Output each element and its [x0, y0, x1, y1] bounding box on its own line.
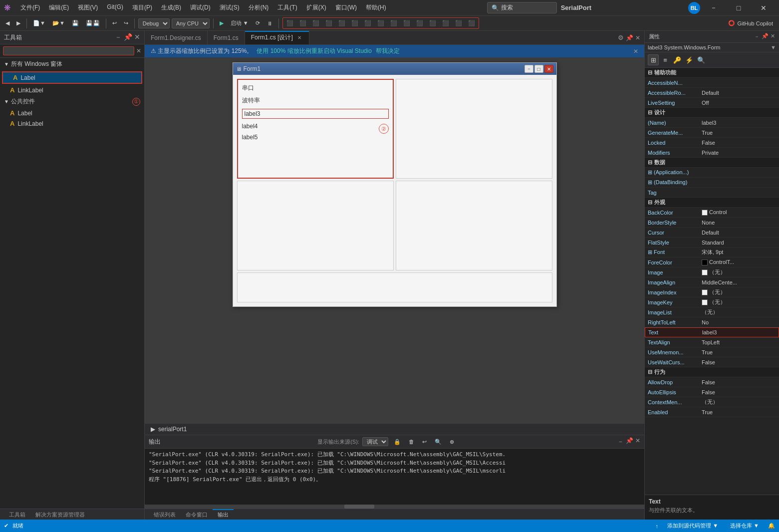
prop-value-borderstyle[interactable]: None	[700, 219, 779, 227]
align-button-7[interactable]: ⬛	[362, 19, 374, 27]
prop-value-forecolor[interactable]: ControlT...	[700, 258, 779, 266]
redo-button[interactable]: ↪	[121, 19, 131, 27]
minimize-button[interactable]: －	[702, 0, 725, 16]
align-button-12[interactable]: ⬛	[427, 19, 439, 27]
prop-value-usemnemon[interactable]: True	[700, 348, 779, 356]
forward-button[interactable]: ▶	[14, 19, 23, 27]
props-auto-hide-icon[interactable]: 📌	[762, 33, 769, 40]
settings-icon[interactable]: ⚙	[618, 34, 624, 41]
notification-close-icon[interactable]: ✕	[633, 48, 638, 55]
form-max-button[interactable]: □	[534, 65, 543, 73]
prop-value-autoellipsis[interactable]: False	[700, 388, 779, 396]
prop-value-righttoleft[interactable]: No	[700, 318, 779, 326]
tab-close-icon[interactable]: ✕	[296, 34, 303, 41]
output-close-icon[interactable]: ✕	[635, 437, 640, 446]
notification-decision[interactable]: 帮我决定	[376, 47, 400, 55]
output-tab-output[interactable]: 输出	[213, 509, 234, 520]
search-clear-icon[interactable]: ✕	[136, 47, 141, 54]
output-pin-icon[interactable]: －	[617, 437, 624, 446]
menu-git[interactable]: Git(G)	[103, 1, 127, 14]
github-copilot-button[interactable]: ⭕ GitHub Copilot	[725, 19, 776, 27]
prop-value-imageindex[interactable]: （无）	[700, 287, 779, 297]
prop-section-design[interactable]: ⊟ 设计	[645, 108, 779, 118]
props-category-btn[interactable]: ≡	[660, 54, 671, 65]
designer-canvas[interactable]: 🖥 Form1 － □ ✕ 串口 波特率 label3	[145, 57, 644, 423]
bottom-tab-toolbox[interactable]: 工具箱	[4, 509, 30, 520]
output-tab-errors[interactable]: 错误列表	[149, 509, 181, 520]
open-button[interactable]: 📂▼	[50, 19, 67, 27]
prop-section-accessibility[interactable]: ⊟ 辅助功能	[645, 68, 779, 78]
prop-value-backcolor[interactable]: Control	[700, 208, 779, 217]
menu-file[interactable]: 文件(F)	[16, 1, 44, 14]
form-panel-bottom[interactable]	[237, 272, 552, 302]
output-expand[interactable]: ⊕	[447, 438, 457, 446]
prop-value-enabled[interactable]: True	[700, 408, 779, 416]
attach-button[interactable]: ⟳	[253, 19, 262, 27]
menu-help[interactable]: 帮助(H)	[362, 1, 390, 14]
prop-value-usewaitcurs[interactable]: False	[700, 358, 779, 366]
toolbox-item-label-1[interactable]: A Label	[2, 71, 142, 84]
prop-value-accessiblename[interactable]	[700, 82, 779, 84]
align-button-9[interactable]: ⬛	[388, 19, 400, 27]
prop-value-generateme[interactable]: True	[700, 129, 779, 137]
align-button-13[interactable]: ⬛	[440, 19, 452, 27]
prop-value-allowdrop[interactable]: False	[700, 378, 779, 386]
toolbox-section-windows[interactable]: ▼ 所有 Windows 窗体	[0, 58, 144, 70]
prop-section-appearance[interactable]: ⊟ 外观	[645, 198, 779, 208]
prop-section-behavior[interactable]: ⊟ 行为	[645, 367, 779, 377]
close-button[interactable]: ✕	[752, 0, 775, 16]
output-scroll-lock[interactable]: 🔒	[391, 438, 403, 446]
toolbox-item-label-2[interactable]: A Label	[0, 108, 144, 118]
start-dropdown[interactable]: 启动 ▼	[228, 18, 251, 28]
prop-value-flatstyle[interactable]: Standard	[700, 239, 779, 247]
align-button-1[interactable]: ⬛	[284, 19, 296, 27]
toolbox-section-common[interactable]: ▼ 公共控件 ①	[0, 95, 144, 108]
props-search-btn[interactable]: 🔍	[696, 54, 707, 65]
form-close-button[interactable]: ✕	[544, 65, 553, 73]
bottom-tab-solution[interactable]: 解决方案资源管理器	[30, 509, 90, 520]
save-button[interactable]: 💾	[69, 19, 81, 27]
status-add-source-btn[interactable]: 添加到源代码管理 ▼	[664, 521, 721, 531]
props-alpha-btn[interactable]: 🔑	[672, 54, 683, 65]
menu-test[interactable]: 测试(S)	[216, 1, 244, 14]
props-dropdown-icon[interactable]: ▼	[771, 44, 776, 50]
menu-window[interactable]: 窗口(W)	[331, 1, 361, 14]
prop-value-databinding[interactable]	[700, 182, 779, 184]
notification-link[interactable]: 使用 100% 缩放比例重新启动 Visual Studio	[257, 47, 372, 55]
user-avatar[interactable]: BL	[688, 2, 700, 14]
menu-debug[interactable]: 调试(D)	[186, 1, 215, 14]
prop-section-data[interactable]: ⊟ 数据	[645, 158, 779, 168]
tab-designer-cs[interactable]: Form1.Designer.cs	[145, 31, 208, 44]
align-button-11[interactable]: ⬛	[414, 19, 426, 27]
toolbox-close-icon[interactable]: ✕	[134, 33, 140, 42]
prop-value-imagelist[interactable]: （无）	[700, 307, 779, 317]
output-source-select[interactable]: 调试	[362, 437, 388, 446]
menu-build[interactable]: 生成(B)	[157, 1, 185, 14]
menu-tools[interactable]: 工具(T)	[273, 1, 301, 14]
new-button[interactable]: 📄▼	[30, 19, 48, 27]
output-find[interactable]: 🔍	[432, 438, 444, 446]
output-scrollbar-thumb[interactable]	[344, 505, 374, 509]
props-grid-view-btn[interactable]: ⊞	[648, 54, 659, 65]
toolbox-item-linklabel-1[interactable]: A LinkLabel	[0, 85, 144, 95]
props-close-icon[interactable]: ✕	[771, 33, 775, 40]
platform-dropdown[interactable]: Any CPU	[172, 18, 210, 28]
menu-edit[interactable]: 编辑(E)	[45, 1, 73, 14]
align-button-10[interactable]: ⬛	[401, 19, 413, 27]
align-button-4[interactable]: ⬛	[323, 19, 335, 27]
close-tab-icon[interactable]: ✕	[635, 34, 640, 41]
align-button-6[interactable]: ⬛	[349, 19, 361, 27]
align-button-8[interactable]: ⬛	[375, 19, 387, 27]
prop-value-accessiblerole[interactable]: Default	[700, 89, 779, 97]
tab-form-design[interactable]: Form1.cs [设计] ✕	[245, 31, 309, 44]
maximize-button[interactable]: □	[727, 0, 750, 16]
prop-value-cursor[interactable]: Default	[700, 229, 779, 237]
prop-value-imagekey[interactable]: （无）	[700, 297, 779, 307]
output-tab-command[interactable]: 命令窗口	[181, 509, 213, 520]
toolbox-item-linklabel-2[interactable]: A LinkLabel	[0, 118, 144, 129]
form-min-button[interactable]: －	[524, 65, 533, 73]
status-select-repo-btn[interactable]: 选择仓库 ▼	[727, 521, 762, 531]
output-auto-hide-icon[interactable]: 📌	[626, 437, 633, 446]
menu-view[interactable]: 视图(V)	[74, 1, 102, 14]
menu-analyze[interactable]: 分析(N)	[245, 1, 273, 14]
